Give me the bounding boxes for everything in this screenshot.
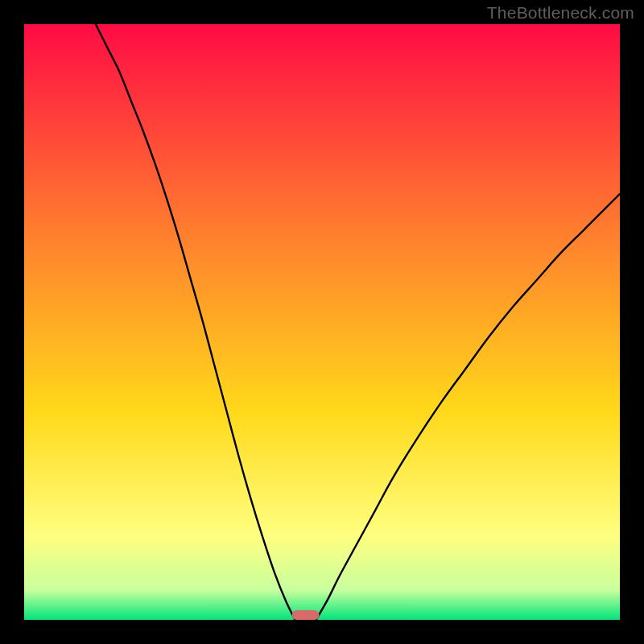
watermark-text: TheBottleneck.com	[487, 3, 634, 23]
bottleneck-chart	[24, 24, 620, 620]
gradient-background	[24, 24, 620, 620]
chart-frame: TheBottleneck.com	[0, 0, 644, 644]
optimal-marker	[292, 610, 320, 620]
